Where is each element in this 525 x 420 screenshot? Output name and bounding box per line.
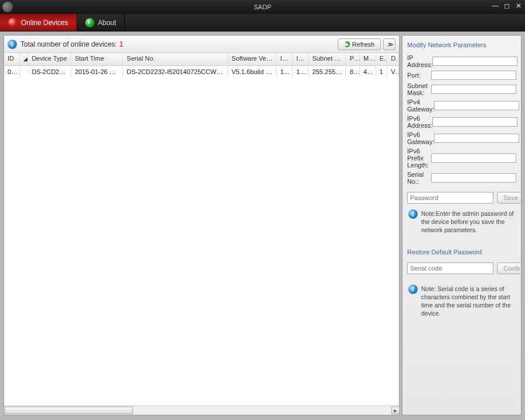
col-ipv4-gateway[interactable]: IPv4 G bbox=[276, 53, 292, 65]
cell-device-type: DS-2CD2232-I5 bbox=[28, 66, 71, 77]
col-device-type[interactable]: Device Type bbox=[28, 53, 71, 65]
col-id[interactable]: ID bbox=[4, 53, 20, 65]
cell-blank bbox=[20, 70, 28, 74]
tab-label: About bbox=[98, 19, 116, 27]
cell-dsp: V5 bbox=[387, 66, 399, 77]
serial-no-input[interactable] bbox=[431, 173, 516, 183]
ipv6-address-input[interactable] bbox=[432, 117, 517, 127]
tab-online-devices[interactable]: Online Devices bbox=[0, 14, 77, 31]
expand-button[interactable]: >> bbox=[383, 38, 396, 50]
tab-about[interactable]: About bbox=[77, 14, 125, 31]
table-row[interactable]: 001 DS-2CD2232-I5 2015-01-26 11:06:04 DS… bbox=[4, 66, 399, 78]
table-body: 001 DS-2CD2232-I5 2015-01-26 11:06:04 DS… bbox=[4, 66, 399, 405]
info-icon: i bbox=[8, 40, 17, 49]
label-gw6: IPv6 Gateway: bbox=[407, 131, 434, 145]
window-title: SADP bbox=[0, 4, 525, 10]
scroll-thumb[interactable] bbox=[5, 407, 133, 414]
save-button[interactable]: Save bbox=[497, 192, 522, 204]
info-icon: i bbox=[408, 209, 418, 219]
devices-icon bbox=[8, 18, 18, 27]
label-gw4: IPv4 Gateway: bbox=[407, 99, 434, 113]
toolbar: i Total number of online devices: 1 Refr… bbox=[4, 36, 399, 53]
col-dsp[interactable]: D bbox=[387, 53, 399, 65]
col-subnet-mask[interactable]: Subnet Mask bbox=[309, 53, 346, 65]
cell-mac: 44.... bbox=[360, 66, 376, 77]
table-header: ID ◢ Device Type Start Time Serial No. S… bbox=[4, 53, 399, 66]
about-icon bbox=[85, 18, 94, 27]
network-parameters-panel: Modify Network Parameters IP Address: Po… bbox=[402, 35, 522, 415]
col-start-time[interactable]: Start Time bbox=[71, 53, 123, 65]
cell-software: V5.1.6build 140412 bbox=[228, 66, 276, 77]
password-input[interactable] bbox=[407, 192, 494, 204]
confirm-label: Confirm bbox=[503, 265, 522, 272]
refresh-button[interactable]: Refresh bbox=[338, 38, 382, 50]
ipv6-gateway-input[interactable] bbox=[434, 134, 519, 143]
save-label: Save bbox=[503, 194, 518, 201]
col-serial[interactable]: Serial No. bbox=[123, 53, 228, 65]
device-list-panel: i Total number of online devices: 1 Refr… bbox=[4, 35, 400, 415]
minimize-button[interactable]: — bbox=[491, 2, 499, 10]
cell-mask: 255.255.255.0 bbox=[309, 66, 346, 77]
chevron-right-icon: >> bbox=[387, 41, 391, 48]
label-ip: IP Address: bbox=[407, 54, 432, 68]
scroll-right-arrow-icon[interactable]: ► bbox=[391, 407, 400, 414]
port-input[interactable] bbox=[431, 71, 516, 80]
col-sort[interactable]: ◢ bbox=[20, 53, 28, 65]
cell-start-time: 2015-01-26 11:06:04 bbox=[71, 66, 123, 77]
cell-port: 80... bbox=[346, 66, 360, 77]
label-serial: Serial No.: bbox=[407, 171, 431, 185]
save-note: Note:Enter the admin password of the dev… bbox=[421, 209, 515, 235]
ipv4-gateway-input[interactable] bbox=[434, 101, 519, 110]
app-logo-icon bbox=[2, 2, 13, 12]
cell-ip: 10.... bbox=[293, 66, 309, 77]
col-port[interactable]: Port bbox=[346, 53, 360, 65]
panel-heading: Modify Network Parameters bbox=[407, 41, 516, 48]
tab-label: Online Devices bbox=[21, 19, 68, 27]
col-mac[interactable]: MAC A bbox=[360, 53, 376, 65]
tab-bar: Online Devices About bbox=[0, 14, 525, 32]
ipv6-prefix-input[interactable] bbox=[431, 153, 516, 163]
cell-encoder: 1 bbox=[376, 66, 388, 77]
cell-serial: DS-2CD2232-I520140725CCWR473470055 bbox=[123, 66, 228, 77]
total-devices-label: Total number of online devices: bbox=[20, 40, 117, 48]
col-encoder[interactable]: Encod bbox=[376, 53, 388, 65]
info-icon: i bbox=[408, 285, 418, 294]
ip-address-input[interactable] bbox=[432, 57, 517, 66]
cell-id: 001 bbox=[4, 66, 20, 77]
refresh-icon bbox=[344, 41, 350, 47]
label-port: Port: bbox=[407, 72, 431, 79]
close-button[interactable]: ✕ bbox=[514, 2, 523, 10]
title-bar: SADP — ◻ ✕ bbox=[0, 0, 525, 14]
maximize-button[interactable]: ◻ bbox=[503, 2, 511, 10]
col-ipv4-address[interactable]: IPv4 A bbox=[293, 53, 309, 65]
refresh-label: Refresh bbox=[352, 41, 375, 48]
label-ip6: IPv6 Address: bbox=[407, 115, 432, 129]
label-plen: IPv6 Prefix Length: bbox=[407, 148, 431, 169]
cell-gateway: 10.... bbox=[276, 66, 292, 77]
confirm-button[interactable]: Confirm bbox=[497, 262, 522, 274]
col-software[interactable]: Software Version bbox=[228, 53, 276, 65]
restore-password-heading: Restore Default Password bbox=[407, 249, 516, 256]
label-mask: Subnet Mask: bbox=[407, 82, 431, 96]
serial-code-input[interactable] bbox=[407, 262, 494, 274]
subnet-mask-input[interactable] bbox=[431, 85, 516, 94]
horizontal-scrollbar[interactable]: ◄ ► bbox=[4, 405, 399, 415]
total-devices-count: 1 bbox=[119, 40, 123, 48]
restore-note: Note: Serial code is a series of charact… bbox=[421, 285, 515, 318]
